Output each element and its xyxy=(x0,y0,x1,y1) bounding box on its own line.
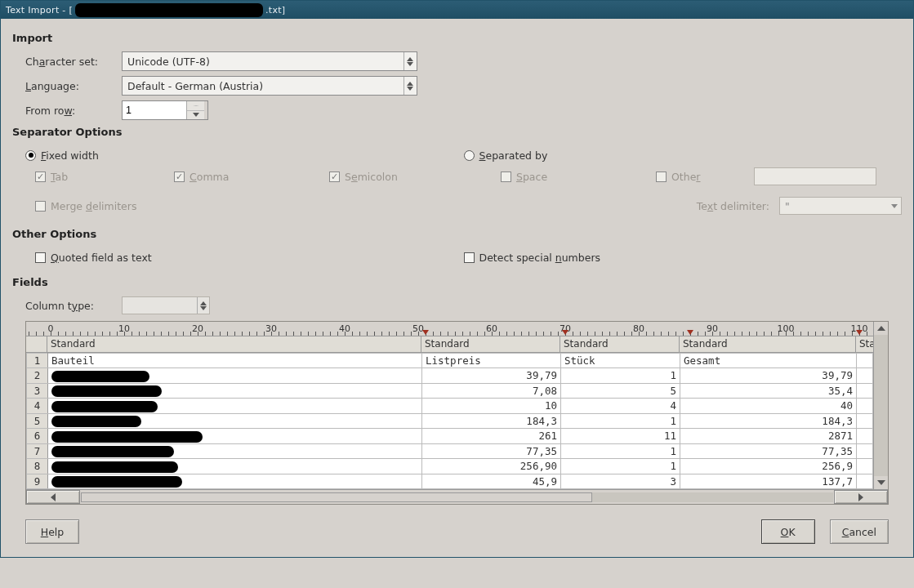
charset-label: Character set: xyxy=(25,56,115,68)
text-delimiter-value: " xyxy=(785,200,790,212)
ok-button[interactable]: OK xyxy=(761,519,815,544)
language-combo[interactable]: Default - German (Austria) xyxy=(122,76,417,96)
checkbox-icon xyxy=(35,252,46,263)
table-row[interactable]: 777,35177,35 xyxy=(27,443,873,459)
titlebar-filename-redacted xyxy=(75,3,263,17)
table-row[interactable]: 5184,31184,3 xyxy=(27,413,873,429)
ruler[interactable]: 0102030405060708090100110 xyxy=(26,322,888,336)
language-row: Language: Default - German (Austria) xyxy=(25,75,902,96)
combo-spin-icon xyxy=(403,52,413,70)
column-type-label: Column type: xyxy=(25,300,115,312)
colhead-1[interactable]: Standard xyxy=(421,336,560,352)
checkbox-icon xyxy=(464,252,475,263)
quoted-field-checkbox[interactable]: Quoted field as text xyxy=(35,247,464,268)
fields-heading: Fields xyxy=(12,276,902,288)
separator-checkboxes: Tab Comma Semicolon Space Other Merge xyxy=(35,166,902,216)
right-buttons: OK Cancel xyxy=(761,519,889,544)
table-row[interactable]: 1 Bauteil Listpreis Stück Gesamt xyxy=(27,354,873,368)
language-value: Default - German (Austria) xyxy=(127,80,263,92)
separator-heading: Separator Options xyxy=(12,126,902,138)
colhead-2[interactable]: Standard xyxy=(560,336,680,352)
charset-combo[interactable]: Unicode (UTF-8) xyxy=(122,51,417,71)
fromrow-spinbox[interactable] xyxy=(122,100,208,120)
scroll-track[interactable] xyxy=(874,335,888,476)
text-delimiter-combo: " xyxy=(779,197,902,215)
detect-numbers-checkbox[interactable]: Detect special numbers xyxy=(464,247,903,268)
help-button[interactable]: Help xyxy=(25,519,79,544)
table-row[interactable]: 8256,901256,9 xyxy=(27,459,873,474)
scroll-up-icon[interactable] xyxy=(874,322,888,335)
colhead-3[interactable]: Standard xyxy=(680,336,856,352)
merge-delimiters-checkbox: Merge delimiters xyxy=(35,195,501,216)
cancel-button[interactable]: Cancel xyxy=(830,519,889,544)
fromrow-input[interactable] xyxy=(123,101,186,119)
import-heading: Import xyxy=(12,32,902,44)
table-row[interactable]: 945,93137,7 xyxy=(27,474,873,489)
preview-table[interactable]: 1 Bauteil Listpreis Stück Gesamt 239,791… xyxy=(26,353,873,489)
checkbox-icon xyxy=(35,201,46,212)
semicolon-checkbox: Semicolon xyxy=(329,166,501,187)
vertical-scrollbar[interactable] xyxy=(873,322,888,489)
table-row[interactable]: 6261112871 xyxy=(27,429,873,444)
fromrow-label: From row: xyxy=(25,105,115,117)
titlebar: Text Import - [ .txt] xyxy=(1,1,913,19)
fromrow-row: From row: xyxy=(25,100,902,121)
spin-buttons[interactable] xyxy=(186,101,204,119)
checkbox-icon xyxy=(501,172,511,182)
other-options-group: Quoted field as text Detect special numb… xyxy=(25,247,902,268)
titlebar-suffix: .txt] xyxy=(265,5,285,16)
button-bar: Help OK Cancel xyxy=(25,519,889,544)
scroll-right-icon[interactable] xyxy=(834,490,888,504)
column-type-row: Column type: xyxy=(25,295,902,316)
radio-icon xyxy=(464,150,475,161)
chevron-down-icon xyxy=(891,204,898,208)
table-row[interactable]: 239,79139,79 xyxy=(27,368,873,384)
preview-area: 0102030405060708090100110 Standard Stand… xyxy=(25,321,889,505)
text-import-dialog: Text Import - [ .txt] Import Character s… xyxy=(0,0,914,558)
checkbox-icon xyxy=(174,172,185,182)
checkbox-icon xyxy=(656,172,667,182)
colhead-0[interactable]: Standard xyxy=(47,336,421,352)
charset-value: Unicode (UTF-8) xyxy=(127,56,210,68)
scroll-down-icon[interactable] xyxy=(874,476,888,489)
fixed-width-radio[interactable]: Fixed width xyxy=(25,145,464,166)
other-checkbox: Other xyxy=(656,166,754,187)
scroll-left-icon[interactable] xyxy=(26,490,80,504)
table-row[interactable]: 410440 xyxy=(27,399,873,414)
text-delimiter-row: Text delimiter: " xyxy=(656,197,902,215)
tab-checkbox: Tab xyxy=(35,166,174,187)
column-headers[interactable]: Standard Standard Standard Standard Stan xyxy=(26,336,888,353)
separator-radio-group: Fixed width Separated by xyxy=(25,145,902,166)
other-input xyxy=(754,167,876,185)
comma-checkbox: Comma xyxy=(174,166,329,187)
scroll-thumb[interactable] xyxy=(81,492,592,502)
language-label: Language: xyxy=(25,80,115,92)
checkbox-icon xyxy=(329,172,340,182)
combo-spin-icon xyxy=(403,77,413,95)
column-type-combo xyxy=(122,296,210,314)
combo-spin-icon xyxy=(197,297,207,314)
other-options-heading: Other Options xyxy=(12,228,902,240)
text-delimiter-label: Text delimiter: xyxy=(697,200,769,212)
checkbox-icon xyxy=(35,172,46,182)
dialog-content: Import Character set: Unicode (UTF-8) La… xyxy=(1,19,913,557)
radio-icon xyxy=(25,150,36,161)
space-checkbox: Space xyxy=(501,166,656,187)
titlebar-prefix: Text Import - [ xyxy=(6,5,73,16)
scroll-track[interactable] xyxy=(81,492,833,502)
other-input-wrap xyxy=(754,167,902,185)
table-row[interactable]: 37,08535,4 xyxy=(27,383,873,399)
charset-row: Character set: Unicode (UTF-8) xyxy=(25,51,902,72)
separated-by-radio[interactable]: Separated by xyxy=(464,145,903,166)
horizontal-scrollbar[interactable] xyxy=(26,489,888,504)
